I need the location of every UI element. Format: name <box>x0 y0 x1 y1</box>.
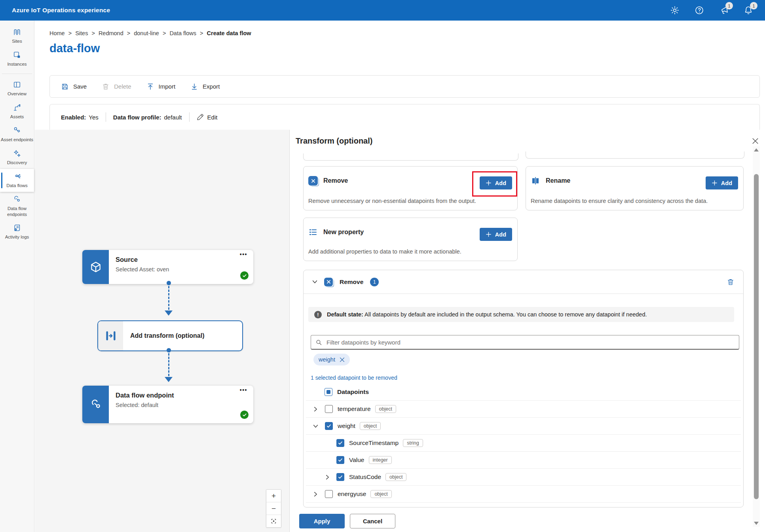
page-header-area: Home > Sites > Redmond > donut-line > Da… <box>35 21 765 130</box>
remove-add-button[interactable]: Add <box>480 176 512 189</box>
scrollbar-down-arrow[interactable] <box>754 522 759 525</box>
chevron-right-icon[interactable] <box>313 492 319 497</box>
zoom-in-button[interactable]: + <box>266 490 281 502</box>
type-badge: object <box>385 473 406 481</box>
sidebar-item-data-flow-endpoints[interactable]: Data flow endpoints <box>0 192 34 221</box>
scrollbar-thumb[interactable] <box>754 174 759 499</box>
table-row-energyuse[interactable]: energyuse object <box>306 486 741 503</box>
breadcrumb-current-page: Create data flow <box>207 30 251 36</box>
remove-section: Remove 1 ! Default state: All datapoints… <box>303 270 744 507</box>
plus-icon <box>486 180 492 186</box>
sidebar-item-label: Assets <box>10 114 24 120</box>
new-property-add-button[interactable]: Add <box>480 228 512 241</box>
enabled-value: Yes <box>89 114 98 121</box>
announcements-megaphone-icon[interactable]: 1 <box>719 6 729 15</box>
transform-panel: Transform (optional) Remove Add Remove u… <box>289 130 765 532</box>
sidebar-item-overview[interactable]: Overview <box>0 77 34 100</box>
breadcrumb-data-flows[interactable]: Data flows <box>169 30 196 36</box>
row-checkbox[interactable] <box>325 490 333 498</box>
filter-field <box>311 335 739 350</box>
scrollbar-up-arrow[interactable] <box>754 148 759 151</box>
chevron-down-icon[interactable] <box>312 279 317 284</box>
data-flows-icon <box>13 172 21 181</box>
notifications-bell-icon[interactable]: 1 <box>744 6 753 15</box>
breadcrumb-redmond[interactable]: Redmond <box>99 30 123 36</box>
sidebar-item-instances[interactable]: Instances <box>0 47 34 70</box>
connector-arrowhead <box>165 377 173 382</box>
row-checkbox[interactable] <box>325 405 333 413</box>
datapoint-name: energyuse <box>338 490 366 498</box>
sidebar-item-label: Data flow endpoints <box>1 206 33 218</box>
chevron-right-icon[interactable] <box>313 407 319 412</box>
row-checkbox[interactable] <box>336 473 344 481</box>
import-arrow-up-icon <box>146 83 154 91</box>
sidebar-item-data-flows[interactable]: Data flows <box>0 169 34 192</box>
sidebar-item-label: Data flows <box>6 183 28 189</box>
fit-view-button[interactable] <box>266 515 281 527</box>
card-title: Remove <box>323 177 348 184</box>
close-icon[interactable] <box>750 135 761 146</box>
sidebar-item-sites[interactable]: Sites <box>0 25 34 47</box>
chevron-right-icon[interactable] <box>325 475 331 480</box>
select-all-checkbox[interactable] <box>325 388 332 396</box>
divider <box>189 112 190 122</box>
chip-remove-icon[interactable] <box>340 357 345 362</box>
breadcrumb-donut-line[interactable]: donut-line <box>134 30 159 36</box>
delete-section-trash-icon[interactable] <box>727 278 735 286</box>
table-row-sourcetimestamp[interactable]: SourceTimestamp string <box>306 435 741 452</box>
sidebar-item-assets[interactable]: Assets <box>0 100 34 123</box>
source-node[interactable]: Source Selected Asset: oven ••• <box>82 250 253 284</box>
connector-dot <box>167 348 171 352</box>
type-badge: object <box>360 422 381 430</box>
sidebar-item-discovery[interactable]: Discovery <box>0 146 34 169</box>
row-checkbox[interactable] <box>336 439 344 447</box>
more-options-icon[interactable]: ••• <box>240 387 247 393</box>
type-badge: string <box>403 439 423 447</box>
panel-scrollbar[interactable] <box>753 146 760 527</box>
data-flow-endpoint-node[interactable]: Data flow endpoint Selected: default ••• <box>82 386 253 423</box>
apply-button[interactable]: Apply <box>299 514 345 528</box>
delete-button[interactable]: Delete <box>102 83 131 91</box>
chevron-down-icon[interactable] <box>313 424 319 429</box>
export-button[interactable]: Export <box>190 83 220 91</box>
table-row-statuscode[interactable]: StatusCode object <box>306 469 741 486</box>
settings-gear-icon[interactable] <box>670 6 680 15</box>
chip-label: weight <box>319 356 335 363</box>
sidebar-item-asset-endpoints[interactable]: Asset endpoints <box>0 123 34 146</box>
import-button[interactable]: Import <box>146 83 176 91</box>
save-button[interactable]: Save <box>61 83 87 91</box>
datapoints-header-label: Datapoints <box>337 388 369 396</box>
rename-add-button[interactable]: Add <box>706 176 738 189</box>
table-row-temperature[interactable]: temperature object <box>306 401 741 418</box>
breadcrumb-separator: > <box>127 30 130 36</box>
sidebar-item-label: Instances <box>7 61 27 67</box>
help-icon[interactable] <box>695 6 704 15</box>
source-node-body: Source Selected Asset: oven ••• <box>109 250 253 284</box>
add-button-label: Add <box>495 180 506 186</box>
overview-icon <box>13 80 21 89</box>
card-title: New property <box>323 229 364 236</box>
app-window: Azure IoT Operations experience 1 1 Site… <box>0 0 765 532</box>
breadcrumb-home[interactable]: Home <box>49 30 65 36</box>
breadcrumb-sites[interactable]: Sites <box>75 30 88 36</box>
sidebar-item-activity-logs[interactable]: Activity logs <box>0 220 34 243</box>
announcements-badge: 1 <box>725 2 733 9</box>
zoom-out-button[interactable]: − <box>266 502 281 515</box>
rename-transform-card: Rename Add Rename datapoints to ensure c… <box>526 166 744 210</box>
divider <box>106 112 106 122</box>
cancel-button[interactable]: Cancel <box>350 514 395 528</box>
table-row-weight[interactable]: weight object <box>306 418 741 435</box>
edit-button[interactable]: Edit <box>197 114 218 121</box>
more-options-icon[interactable]: ••• <box>240 251 247 257</box>
card-title: Rename <box>546 177 570 184</box>
filter-datapoints-input[interactable] <box>326 339 735 346</box>
filter-chip-weight[interactable]: weight <box>313 354 350 365</box>
table-row-value[interactable]: Value integer <box>306 452 741 469</box>
datapoint-name: weight <box>338 422 355 430</box>
asset-endpoints-icon <box>13 126 21 135</box>
default-state-banner: ! Default state: All datapoints by defau… <box>308 307 734 322</box>
row-checkbox[interactable] <box>336 456 344 464</box>
add-transform-node-body: Add transform (optional) <box>123 321 242 350</box>
row-checkbox[interactable] <box>325 422 333 430</box>
add-transform-node[interactable]: Add transform (optional) <box>97 320 243 351</box>
